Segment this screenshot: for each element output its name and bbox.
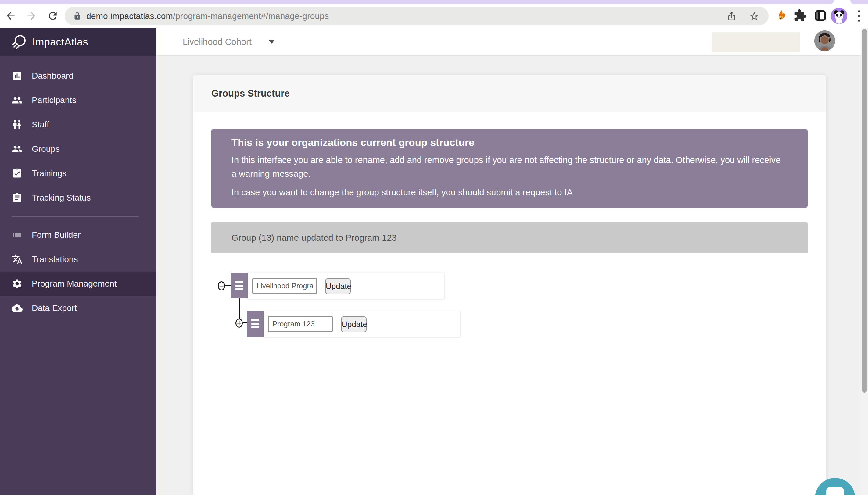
info-banner-line1: In this interface you are able to rename… [232, 153, 787, 181]
bookmark-star-icon[interactable] [749, 11, 760, 21]
sidebar-item-label: Data Export [32, 303, 77, 313]
url-domain: demo.impactatlas.com [86, 11, 173, 21]
drag-handle-icon[interactable] [231, 273, 248, 298]
sidebar-item-label: Dashboard [32, 71, 73, 81]
sidebar-item-dashboard[interactable]: Dashboard [0, 64, 156, 88]
sidebar-item-label: Form Builder [32, 230, 81, 240]
browser-tab-strip [0, 0, 868, 4]
form-builder-icon [12, 229, 22, 240]
sidebar-item-form-builder[interactable]: Form Builder [0, 223, 156, 247]
sidebar-item-label: Staff [32, 120, 49, 130]
sidebar-divider [12, 216, 139, 217]
sidebar-item-groups[interactable]: Groups [0, 137, 156, 161]
lock-icon [73, 12, 81, 20]
browser-profile-avatar[interactable] [831, 7, 847, 24]
url-path: /program-management#/manage-groups [173, 11, 329, 21]
browser-tab-edge[interactable] [850, 0, 868, 4]
app-header: Livelihood Cohort [156, 28, 868, 56]
sidebar-item-translations[interactable]: Translations [0, 247, 156, 272]
tracking-status-icon [12, 192, 22, 203]
tree-connector [239, 298, 240, 319]
group-tree: − Update + Update [211, 273, 807, 346]
staff-icon [12, 119, 22, 130]
extensions-puzzle-icon[interactable] [794, 9, 807, 22]
data-export-icon [12, 303, 22, 314]
sidebar-item-label: Trainings [32, 169, 66, 178]
url-text: demo.impactatlas.com/program-management#… [86, 11, 329, 21]
group-name-input[interactable] [268, 316, 333, 332]
sidebar: ImpactAtlas Dashboard Participants Staff… [0, 28, 156, 495]
sidebar-item-label: Tracking Status [32, 193, 90, 203]
dashboard-icon [12, 70, 22, 81]
browser-toolbar: demo.impactatlas.com/program-management#… [0, 4, 868, 28]
sidebar-item-staff[interactable]: Staff [0, 113, 156, 137]
sidebar-item-program-management[interactable]: Program Management [0, 272, 156, 296]
chevron-down-icon [269, 40, 275, 44]
program-management-icon [12, 278, 22, 289]
url-bar[interactable]: demo.impactatlas.com/program-management#… [65, 7, 769, 25]
tree-connector [243, 323, 247, 323]
flame-extension-icon[interactable] [774, 9, 787, 22]
back-button[interactable] [5, 10, 16, 22]
sidebar-item-label: Program Management [32, 279, 117, 289]
participants-icon [12, 95, 22, 106]
info-banner-title: This is your organizations current group… [232, 137, 787, 149]
user-name-placeholder [712, 32, 800, 52]
browser-tab[interactable] [0, 0, 834, 4]
cohort-selector-label: Livelihood Cohort [183, 37, 252, 47]
main-content: Groups Structure This is your organizati… [156, 56, 868, 495]
translations-icon [12, 254, 22, 265]
collapse-toggle[interactable]: − [218, 281, 225, 290]
reload-button[interactable] [47, 10, 59, 22]
group-row: Update [264, 311, 460, 337]
expand-toggle[interactable]: + [235, 319, 243, 328]
avatar[interactable] [814, 31, 835, 51]
sidebar-item-participants[interactable]: Participants [0, 88, 156, 113]
info-banner: This is your organizations current group… [211, 129, 807, 208]
sidebar-logo[interactable]: ImpactAtlas [0, 28, 156, 56]
groups-icon [12, 143, 22, 155]
tree-connector [225, 285, 231, 286]
forward-button[interactable] [26, 10, 37, 22]
share-icon[interactable] [727, 11, 737, 21]
sidebar-nav: Dashboard Participants Staff Groups Trai… [0, 56, 156, 320]
sidebar-item-tracking-status[interactable]: Tracking Status [0, 186, 156, 210]
impactatlas-logo-icon [10, 33, 28, 51]
update-button[interactable]: Update [341, 317, 367, 332]
drag-handle-icon[interactable] [247, 311, 264, 337]
browser-menu-icon[interactable] [858, 10, 860, 22]
sidebar-item-label: Groups [32, 144, 60, 154]
update-button[interactable]: Update [325, 278, 351, 294]
card-header: Groups Structure [193, 75, 826, 113]
status-message: Group (13) name updated to Program 123 [211, 222, 807, 253]
sidebar-item-trainings[interactable]: Trainings [0, 161, 156, 186]
sidebar-toggle-icon[interactable] [814, 9, 827, 22]
groups-structure-card: Groups Structure This is your organizati… [193, 75, 826, 495]
page-title: Groups Structure [211, 88, 290, 99]
sidebar-item-label: Participants [32, 96, 76, 105]
scrollbar-thumb[interactable] [862, 29, 867, 393]
status-message-text: Group (13) name updated to Program 123 [232, 233, 397, 243]
cohort-selector[interactable]: Livelihood Cohort [183, 28, 275, 55]
sidebar-item-data-export[interactable]: Data Export [0, 296, 156, 320]
sidebar-item-label: Translations [32, 255, 78, 264]
group-row: Update [248, 273, 444, 299]
group-name-input[interactable] [252, 278, 317, 294]
trainings-icon [12, 168, 22, 179]
logo-text: ImpactAtlas [32, 36, 88, 48]
info-banner-line2: In case you want to change the group str… [232, 186, 787, 199]
